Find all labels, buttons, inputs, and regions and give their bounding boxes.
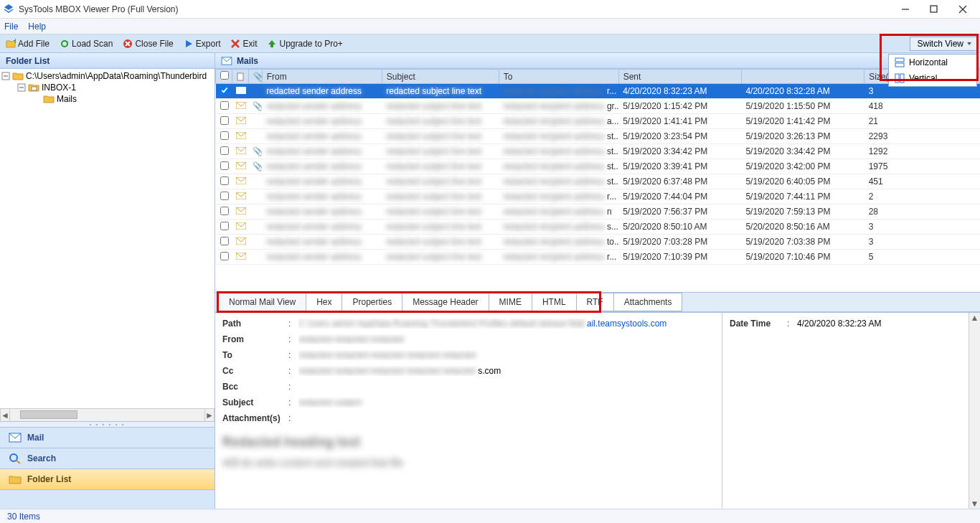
tree-row-mails[interactable]: Mails (0, 93, 215, 105)
scroll-track[interactable] (10, 409, 204, 421)
load-scan-button[interactable]: Load Scan (57, 37, 116, 50)
tab-normal-mail-view[interactable]: Normal Mail View (218, 293, 306, 311)
table-row[interactable]: redacted sender addressredacted subject … (216, 235, 980, 250)
row-from: redacted sender address (262, 99, 382, 114)
row-checkbox[interactable] (220, 192, 229, 200)
table-row[interactable]: redacted sender addressredacted subject … (216, 204, 980, 220)
menu-file[interactable]: File (4, 22, 18, 32)
row-checkbox-cell[interactable] (216, 204, 232, 220)
table-row[interactable]: 📎redacted sender addressredacted subject… (216, 99, 980, 114)
table-row[interactable]: redacted sender addressredacted subject … (216, 129, 980, 144)
row-checkbox[interactable] (220, 116, 229, 125)
row-checkbox-cell[interactable] (216, 144, 232, 159)
tree-toggle-icon[interactable] (17, 83, 26, 92)
left-nav-search[interactable]: Search (0, 448, 215, 469)
switch-view-button[interactable]: Switch View (910, 37, 977, 51)
col-sent-header[interactable]: Sent (618, 70, 741, 84)
row-checkbox-cell[interactable] (216, 174, 232, 189)
col-subject-header[interactable]: Subject (382, 70, 499, 84)
envelope-icon (236, 87, 246, 94)
row-checkbox[interactable] (220, 252, 229, 260)
minimize-button[interactable] (891, 1, 920, 17)
tab-attachments[interactable]: Attachments (613, 293, 683, 311)
row-checkbox[interactable] (220, 101, 229, 110)
row-checkbox-cell[interactable] (216, 114, 232, 129)
detail-vscrollbar[interactable]: ▲ ▼ (969, 313, 980, 509)
tab-message-header[interactable]: Message Header (402, 293, 489, 311)
row-checkbox[interactable] (220, 176, 229, 185)
folder-tree[interactable]: C:\Users\admin\AppData\Roaming\Thunderbi… (0, 69, 215, 408)
detail-path-link[interactable]: ail.teamsystools.com (587, 319, 666, 329)
row-checkbox[interactable] (220, 207, 229, 215)
row-checkbox-cell[interactable] (216, 250, 232, 265)
col-to-header[interactable]: To (499, 70, 618, 84)
maximize-button[interactable] (920, 1, 948, 17)
tab-hex[interactable]: Hex (306, 293, 342, 311)
upgrade-button[interactable]: Upgrade to Pro+ (264, 37, 345, 50)
col-envelope-header[interactable] (232, 70, 248, 84)
tab-html[interactable]: HTML (532, 293, 577, 311)
row-checkbox-cell[interactable] (216, 235, 232, 250)
tree-row-inbox[interactable]: INBOX-1 (0, 82, 215, 93)
left-nav-mail[interactable]: Mail (0, 428, 215, 448)
splitter-grip[interactable]: • • • • • • (0, 421, 215, 427)
col-checkbox-header[interactable] (216, 70, 232, 84)
tree-toggle-icon[interactable] (1, 72, 10, 80)
tab-mime[interactable]: MIME (489, 293, 532, 311)
scroll-right-icon[interactable]: ► (204, 409, 215, 421)
row-received: 5/19/2020 6:40:05 PM (741, 174, 864, 189)
folder-tree-hscrollbar[interactable]: ◄ ► (0, 408, 215, 421)
row-envelope-cell (232, 114, 248, 129)
refresh-icon (60, 39, 70, 49)
table-row[interactable]: 📎redacted sender addressredacted subject… (216, 159, 980, 174)
left-nav-folder-list[interactable]: Folder List (0, 469, 215, 490)
col-attachment-header[interactable]: 📎 (248, 70, 262, 84)
row-envelope-cell (232, 99, 248, 114)
row-checkbox-cell[interactable] (216, 99, 232, 114)
table-row[interactable]: 📎redacted sender addressredacted subject… (216, 144, 980, 159)
scroll-left-icon[interactable]: ◄ (0, 409, 10, 421)
row-received: 5/19/2020 7:44:11 PM (741, 189, 864, 204)
tree-row-root[interactable]: C:\Users\admin\AppData\Roaming\Thunderbi… (0, 70, 215, 82)
tab-properties[interactable]: Properties (341, 293, 402, 311)
switch-view-horizontal[interactable]: Horizontal (889, 55, 976, 70)
menu-help[interactable]: Help (28, 22, 46, 32)
add-file-button[interactable]: + Add File (3, 37, 52, 50)
table-row[interactable]: redacted sender addressredacted subject … (216, 174, 980, 189)
x-red-icon (230, 39, 240, 49)
row-checkbox[interactable] (220, 131, 229, 140)
scroll-track[interactable] (969, 323, 980, 499)
export-button[interactable]: Export (181, 37, 224, 50)
tab-rtf[interactable]: RTF (576, 293, 614, 311)
switch-view-vertical[interactable]: Vertical (889, 70, 976, 86)
col-received-header[interactable] (741, 70, 864, 84)
row-checkbox[interactable] (220, 237, 229, 245)
row-to: redacted recipient address st... (499, 159, 618, 174)
table-row[interactable]: redacted sender addressredacted subject … (216, 84, 980, 99)
row-checkbox-cell[interactable] (216, 129, 232, 144)
table-row[interactable]: redacted sender addressredacted subject … (216, 250, 980, 265)
scroll-up-icon[interactable]: ▲ (969, 313, 980, 323)
table-row[interactable]: redacted sender addressredacted subject … (216, 114, 980, 129)
close-button[interactable] (948, 1, 977, 17)
row-checkbox-cell[interactable] (216, 159, 232, 174)
close-file-button[interactable]: Close File (120, 37, 176, 50)
row-checkbox[interactable] (220, 222, 229, 230)
scroll-thumb[interactable] (20, 410, 77, 419)
scroll-down-icon[interactable]: ▼ (969, 499, 980, 509)
row-checkbox[interactable] (220, 146, 229, 155)
exit-button[interactable]: Exit (227, 37, 260, 50)
select-all-checkbox[interactable] (220, 71, 229, 80)
table-row[interactable]: redacted sender addressredacted subject … (216, 189, 980, 204)
row-checkbox[interactable] (220, 161, 229, 170)
row-to: redacted recipient address gr... (499, 99, 618, 114)
row-sent: 4/20/2020 8:32:23 AM (618, 84, 741, 99)
row-checkbox-cell[interactable] (216, 220, 232, 235)
row-checkbox[interactable] (220, 86, 229, 95)
export-label: Export (196, 39, 221, 49)
col-from-header[interactable]: From (262, 70, 382, 84)
table-row[interactable]: redacted sender addressredacted subject … (216, 220, 980, 235)
row-checkbox-cell[interactable] (216, 84, 232, 99)
row-checkbox-cell[interactable] (216, 189, 232, 204)
mail-table-wrap: 📎 From Subject To Sent Size(KB) redacted… (215, 69, 980, 292)
